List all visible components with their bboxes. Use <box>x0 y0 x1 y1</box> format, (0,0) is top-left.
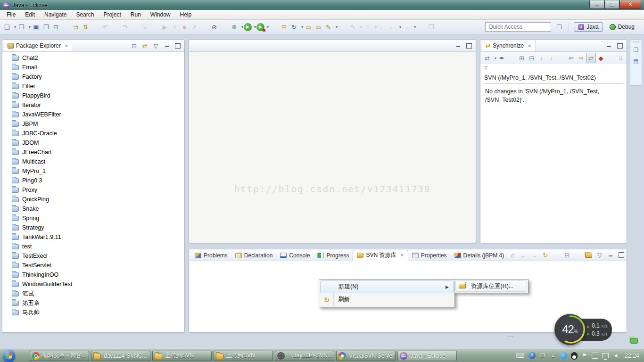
network-monitor-widget[interactable]: ▲ 0.1 K/s ▼ 0.3 K/s 42% <box>554 314 616 346</box>
project-item[interactable]: JDBC-Oracle <box>2 129 184 138</box>
bottom-toolbar-icon[interactable]: → <box>529 250 539 260</box>
tab-close-icon[interactable]: ✕ <box>400 253 404 258</box>
toolbar-icon[interactable] <box>61 22 71 32</box>
bottom-tab[interactable]: Declaration✕ <box>231 250 277 261</box>
view-toolbar-icon[interactable]: ▽ <box>151 41 161 51</box>
toolbar-icon[interactable]: ▶ <box>256 23 264 31</box>
toolbar-icon[interactable]: ▭ <box>304 22 314 32</box>
perspective-button[interactable]: Debug <box>606 23 638 31</box>
sync-toolbar-icon[interactable] <box>556 53 566 63</box>
view-toolbar-icon[interactable] <box>604 41 614 51</box>
memory-usage-gauge[interactable]: 42% <box>554 314 586 345</box>
project-item[interactable]: Ping0.3 <box>2 176 184 185</box>
tray-icon[interactable]: ⌨ <box>516 352 525 360</box>
project-item[interactable]: QuickPing <box>2 195 184 204</box>
project-item[interactable]: Multicast <box>2 157 184 166</box>
view-toolbar-icon[interactable] <box>162 41 172 51</box>
menu-item[interactable]: Navigate <box>40 10 71 19</box>
minimized-view-icon[interactable]: ❐ <box>631 45 641 55</box>
project-item[interactable]: TankWar1.9.11 <box>2 232 184 242</box>
sync-toolbar-icon[interactable] <box>507 53 517 63</box>
toolbar-icon[interactable] <box>338 22 348 32</box>
toolbar-icon[interactable]: ❏ <box>2 22 12 32</box>
view-toolbar-icon[interactable] <box>173 41 182 51</box>
bottom-tab[interactable]: Problems✕ <box>191 250 231 261</box>
toolbar-icon[interactable]: ⊘ <box>209 22 219 32</box>
menu-item[interactable]: Search <box>71 10 99 19</box>
context-menu-item[interactable]: 新建(N)▶ <box>320 280 454 293</box>
tray-icon[interactable]: ⚑ <box>581 352 588 360</box>
bottom-toolbar-icon[interactable] <box>616 250 626 260</box>
window-control-button[interactable]: ✕ <box>619 0 641 9</box>
taskbar-button[interactable]: 上传到SVN <box>214 351 273 361</box>
view-toolbar-icon[interactable]: ⇄ <box>140 41 150 51</box>
bottom-tab[interactable]: SVN 资源库✕ <box>353 250 408 261</box>
start-button[interactable] <box>2 349 16 362</box>
toolbar-icon[interactable]: ‖ <box>170 22 180 32</box>
toolbar-icon[interactable]: ↻ <box>289 22 299 32</box>
bottom-toolbar-icon[interactable]: ↻ <box>540 250 550 260</box>
project-item[interactable]: FlappyBird <box>2 91 184 100</box>
bottom-toolbar-icon[interactable] <box>584 250 594 260</box>
close-icon[interactable]: ✕ <box>528 43 531 49</box>
sync-toolbar-icon[interactable]: ⇄ <box>586 53 596 63</box>
project-item[interactable]: ThinkingInOO <box>2 270 184 280</box>
tray-icon[interactable] <box>571 352 578 360</box>
toolbar-icon[interactable]: ↗ <box>190 22 199 32</box>
context-menu-item[interactable]: ↻刷新▶ <box>320 293 454 306</box>
project-item[interactable]: Snake <box>2 204 184 214</box>
toolbar-icon[interactable] <box>110 22 120 32</box>
toolbar-icon[interactable]: ❐ <box>17 22 26 32</box>
toolbar-icon[interactable]: ❒ <box>41 22 51 32</box>
project-item[interactable]: Iterator <box>2 100 184 110</box>
toolbar-icon[interactable]: ▶ <box>244 23 252 31</box>
taskbar-button[interactable]: 编辑文章 - 博客... <box>30 351 89 361</box>
sync-toolbar-icon[interactable]: ✒ <box>497 53 507 63</box>
view-toolbar-icon[interactable]: ⊟ <box>129 41 139 51</box>
tray-icon[interactable]: ? <box>528 352 536 359</box>
tray-icon[interactable] <box>592 353 598 359</box>
toolbar-icon[interactable] <box>269 22 279 32</box>
toolbar-icon[interactable]: ▭ <box>314 22 323 32</box>
toolbar-icon[interactable]: ⇧ <box>363 22 372 32</box>
bottom-toolbar-icon[interactable]: ⊟ <box>562 250 572 260</box>
sync-toolbar-icon[interactable]: ⇊ <box>616 53 626 63</box>
view-toolbar-icon[interactable] <box>615 41 625 51</box>
bottom-toolbar-icon[interactable]: ▽ <box>594 250 604 260</box>
perspective-button[interactable]: Java <box>574 22 603 32</box>
toolbar-icon[interactable] <box>416 22 426 32</box>
taskbar-button[interactable]: 《day1114-SVN... <box>275 351 334 361</box>
project-item[interactable]: Proxy <box>2 185 184 195</box>
menu-item[interactable]: File <box>2 10 20 19</box>
project-item[interactable]: 笔试 <box>2 289 184 298</box>
project-item[interactable]: JavaWEBFilter <box>2 110 184 119</box>
toolbar-icon[interactable] <box>130 22 140 32</box>
stacked-windows-icon[interactable] <box>630 338 638 344</box>
project-item[interactable]: Email <box>2 63 184 72</box>
toolbar-icon[interactable] <box>219 22 229 32</box>
close-icon[interactable]: ✕ <box>65 43 68 49</box>
toolbar-icon[interactable]: ✎ <box>348 22 358 32</box>
sync-toolbar-icon[interactable]: ↓ <box>537 53 546 63</box>
menu-item[interactable]: Project <box>99 10 125 19</box>
sync-toolbar-icon[interactable]: ⇒ <box>576 53 586 63</box>
sync-toolbar-icon[interactable]: ↑ <box>546 53 556 63</box>
project-item[interactable]: Spring <box>2 214 184 223</box>
sync-toolbar-icon[interactable]: ⊞ <box>517 53 527 63</box>
toolbar-icon[interactable]: ⇅ <box>81 22 91 32</box>
toolbar-icon[interactable] <box>91 22 100 32</box>
project-item[interactable]: test <box>2 242 184 251</box>
toolbar-icon[interactable]: ✎ <box>323 22 333 32</box>
project-item[interactable]: TestServlet <box>2 261 184 270</box>
bottom-tab[interactable]: Properties✕ <box>408 250 451 261</box>
bottom-tab[interactable]: Progress✕ <box>314 250 353 261</box>
tray-icon[interactable]: ▴ <box>550 352 556 360</box>
sync-toolbar-icon[interactable]: ⊟ <box>527 53 537 63</box>
taskbar-button[interactable]: VisualSVN Server <box>336 351 396 361</box>
toolbar-icon[interactable]: ■ <box>180 22 190 32</box>
bottom-tab[interactable]: Details (jBPM 4)✕ <box>451 250 508 261</box>
tray-icon[interactable] <box>560 352 567 359</box>
sync-toolbar-icon[interactable]: ⇐ <box>566 53 576 63</box>
toolbar-icon[interactable]: ⊟ <box>51 22 61 32</box>
submenu-item[interactable]: 资源库位置(R)... <box>455 280 527 292</box>
